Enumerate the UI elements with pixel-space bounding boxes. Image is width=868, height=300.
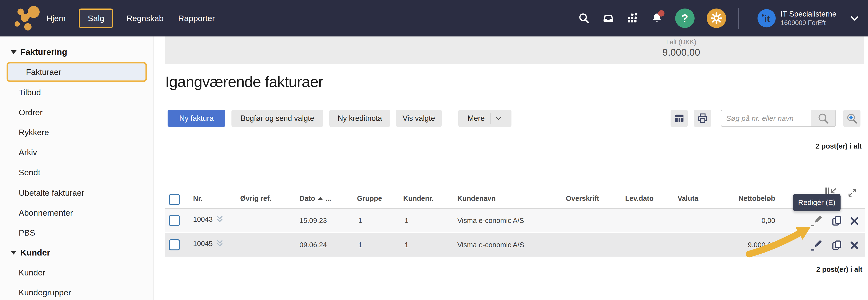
sidebar-section-label: Kunder bbox=[21, 248, 50, 257]
table-search bbox=[721, 110, 836, 127]
advanced-search-button[interactable] bbox=[843, 110, 861, 127]
nav-item-hjem[interactable]: Hjem bbox=[45, 10, 67, 27]
sidebar-section-kunder[interactable]: Kunder bbox=[11, 247, 50, 258]
sidebar-item-abonnementer[interactable]: Abonnementer bbox=[19, 208, 73, 218]
record-count-bottom: 2 post(er) i alt bbox=[729, 266, 862, 273]
help-button[interactable]: ? bbox=[675, 8, 694, 28]
collapse-triangle-icon bbox=[11, 50, 17, 54]
question-mark-icon: ? bbox=[681, 12, 688, 25]
select-all-checkbox[interactable] bbox=[169, 194, 180, 205]
invoice-date: 15.09.23 bbox=[300, 217, 327, 225]
edit-row-button[interactable] bbox=[810, 239, 823, 252]
close-x-icon bbox=[849, 240, 859, 250]
double-chevron-down-icon[interactable] bbox=[216, 240, 223, 248]
top-navbar: Hjem Salg Regnskab Rapporter bbox=[0, 0, 868, 36]
account-number: 1609009 ForEft bbox=[781, 19, 836, 27]
col-nettobelob[interactable]: Nettobeløb bbox=[702, 194, 775, 202]
expand-table-icon[interactable] bbox=[847, 187, 858, 199]
search-icon[interactable] bbox=[578, 12, 590, 24]
col-kundenr[interactable]: Kundenr. bbox=[403, 194, 434, 202]
controls-divider bbox=[843, 186, 843, 206]
nav-item-salg[interactable]: Salg bbox=[79, 8, 113, 28]
sidebar-item-pbs[interactable]: PBS bbox=[19, 227, 35, 238]
search-input[interactable] bbox=[721, 110, 811, 127]
col-dato[interactable]: Dato... bbox=[300, 194, 331, 202]
grid-view-button[interactable] bbox=[671, 110, 688, 127]
page-title: Igangværende fakturaer bbox=[165, 73, 323, 90]
account-name: IT Specialisterne bbox=[781, 9, 836, 19]
copy-icon bbox=[831, 215, 843, 227]
edit-row-button[interactable] bbox=[810, 215, 823, 227]
invoice-number-cell[interactable]: 10043 bbox=[193, 215, 223, 223]
sidebar-section-label: Fakturering bbox=[21, 47, 67, 57]
edit-pencil-icon bbox=[810, 239, 823, 252]
inbox-icon[interactable] bbox=[602, 12, 615, 24]
print-button[interactable] bbox=[693, 110, 711, 127]
main-menu: Hjem Salg Regnskab Rapporter bbox=[45, 0, 216, 36]
net-amount: 0,00 bbox=[702, 217, 775, 225]
copy-row-button[interactable] bbox=[831, 215, 843, 227]
invoice-number-cell[interactable]: 10045 bbox=[193, 240, 223, 248]
it-specialisterne-logo[interactable]: it bbox=[751, 6, 776, 31]
invoice-group: 1 bbox=[358, 217, 362, 225]
svg-text:it: it bbox=[764, 13, 770, 24]
edit-tooltip: Redigér (E) bbox=[793, 194, 841, 211]
row-checkbox[interactable] bbox=[169, 215, 180, 226]
invoice-date: 09.06.24 bbox=[300, 241, 327, 249]
sidebar-item-ordrer[interactable]: Ordrer bbox=[19, 107, 42, 118]
col-valuta[interactable]: Valuta bbox=[678, 194, 698, 202]
customer-name: Visma e-conomic A/S bbox=[457, 217, 524, 225]
customer-number: 1 bbox=[405, 217, 408, 225]
account-info[interactable]: IT Specialisterne 1609009 ForEft bbox=[781, 9, 836, 27]
navbar-right-cluster: ? it IT Spec bbox=[578, 0, 861, 36]
col-lev-dato[interactable]: Lev.dato bbox=[625, 194, 654, 202]
book-and-send-button[interactable]: Bogfør og send valgte bbox=[231, 110, 323, 127]
account-chevron-down-icon[interactable] bbox=[848, 12, 861, 24]
double-chevron-down-icon[interactable] bbox=[216, 215, 223, 223]
app-root: Hjem Salg Regnskab Rapporter bbox=[0, 0, 868, 300]
totals-label: I alt (DKK) bbox=[641, 38, 721, 46]
settings-button[interactable] bbox=[707, 8, 726, 28]
col-nr[interactable]: Nr. bbox=[193, 194, 203, 202]
zoom-plus-icon bbox=[846, 112, 858, 125]
new-invoice-button[interactable]: Ny faktura bbox=[167, 110, 225, 127]
nav-item-regnskab[interactable]: Regnskab bbox=[125, 10, 165, 27]
sidebar-item-fakturaer[interactable]: Fakturaer bbox=[6, 62, 147, 82]
gear-icon bbox=[711, 12, 722, 24]
sidebar-item-sendt[interactable]: Sendt bbox=[19, 167, 40, 178]
sidebar-item-ubetalte-fakturaer[interactable]: Ubetalte fakturaer bbox=[19, 187, 84, 198]
sidebar-item-tilbud[interactable]: Tilbud bbox=[19, 87, 41, 98]
row-checkbox[interactable] bbox=[169, 239, 180, 250]
apps-grid-icon[interactable] bbox=[627, 12, 639, 24]
notifications-bell-icon[interactable] bbox=[651, 12, 663, 24]
new-creditnote-button[interactable]: Ny kreditnota bbox=[329, 110, 390, 127]
more-button[interactable]: Mere bbox=[458, 110, 512, 127]
nav-item-rapporter[interactable]: Rapporter bbox=[177, 10, 216, 27]
sidebar-item-arkiv[interactable]: Arkiv bbox=[19, 147, 37, 158]
totals-summary: I alt (DKK) 9.000,00 bbox=[641, 38, 721, 58]
delete-row-button[interactable] bbox=[848, 215, 861, 227]
more-button-divider bbox=[490, 113, 491, 124]
delete-row-button[interactable] bbox=[848, 239, 861, 252]
col-kundenavn[interactable]: Kundenavn bbox=[457, 194, 496, 202]
sidebar-item-rykkere[interactable]: Rykkere bbox=[19, 127, 49, 138]
copy-row-button[interactable] bbox=[831, 239, 843, 252]
table-icon bbox=[674, 113, 685, 124]
sidebar-item-kunder[interactable]: Kunder bbox=[19, 267, 45, 278]
economic-logo-icon[interactable] bbox=[12, 4, 44, 33]
invoice-row[interactable]: 10043 15.09.23 1 1 Visma e-conomic A/S 0… bbox=[165, 209, 865, 233]
show-selected-button[interactable]: Vis valgte bbox=[396, 110, 442, 127]
invoice-row[interactable]: 10045 09.06.24 1 1 Visma e-conomic A/S 9… bbox=[165, 233, 865, 257]
edit-pencil-icon bbox=[810, 215, 823, 227]
sidebar-item-kundegrupper[interactable]: Kundegrupper bbox=[19, 287, 71, 298]
col-ovrig-ref[interactable]: Øvrig ref. bbox=[240, 194, 272, 202]
chevron-down-icon bbox=[495, 115, 502, 122]
col-overskrift[interactable]: Overskrift bbox=[566, 194, 599, 202]
sidebar-section-fakturering[interactable]: Fakturering bbox=[11, 47, 67, 57]
sidebar: Fakturering Fakturaer Tilbud Ordrer Rykk… bbox=[0, 36, 154, 300]
col-gruppe[interactable]: Gruppe bbox=[357, 194, 382, 202]
collapse-triangle-icon bbox=[11, 251, 17, 254]
totals-bar bbox=[165, 36, 864, 64]
search-submit-button[interactable] bbox=[811, 110, 835, 127]
record-count-top: 2 post(er) i alt bbox=[728, 142, 862, 150]
